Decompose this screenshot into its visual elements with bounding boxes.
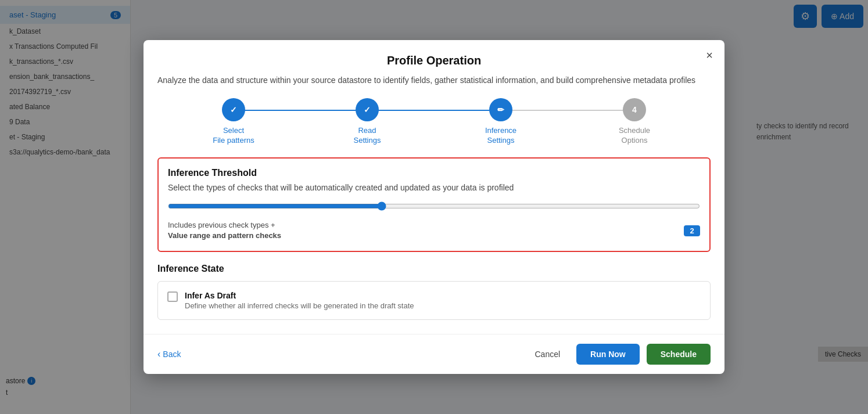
step-1-label: SelectFile patterns [213, 126, 254, 146]
footer-right-actions: Cancel Run Now Schedule [526, 344, 711, 365]
step-1-circle: ✓ [222, 98, 245, 121]
step-2-circle: ✓ [356, 98, 379, 121]
step-4-label: ScheduleOptions [619, 126, 650, 146]
infer-as-draft-checkbox[interactable] [167, 291, 178, 302]
modal-footer: ‹ Back Cancel Run Now Schedule [144, 334, 724, 374]
modal-title: Profile Operation [144, 40, 724, 67]
infer-as-draft-label: Infer As Draft [185, 291, 414, 300]
inference-threshold-title: Inference Threshold [168, 168, 700, 178]
step-2-label: ReadSettings [354, 126, 381, 146]
cancel-button[interactable]: Cancel [526, 345, 570, 363]
infer-as-draft-content: Infer As Draft Define whether all inferr… [185, 291, 414, 310]
step-2: ✓ ReadSettings [300, 98, 434, 146]
step-4-circle: 4 [623, 98, 646, 121]
inference-threshold-section: Inference Threshold Select the types of … [157, 157, 711, 251]
step-3-label: InferenceSettings [485, 126, 517, 146]
inference-state-title: Inference State [157, 264, 711, 274]
inference-threshold-description: Select the types of checks that will be … [168, 183, 700, 192]
close-button[interactable]: × [706, 49, 713, 61]
slider-text: Includes previous check types + Value ra… [168, 220, 281, 241]
infer-as-draft-card: Infer As Draft Define whether all inferr… [157, 281, 711, 320]
run-now-button[interactable]: Run Now [576, 344, 640, 365]
step-3-circle: ✏ [489, 98, 512, 121]
slider-info: Includes previous check types + Value ra… [168, 220, 700, 241]
modal-overlay: × Profile Operation Analyze the data and… [0, 0, 868, 414]
back-button[interactable]: ‹ Back [157, 349, 181, 359]
steps-container: ✓ SelectFile patterns ✓ ReadSettings ✏ I… [144, 98, 724, 157]
infer-as-draft-sublabel: Define whether all inferred checks will … [185, 301, 414, 310]
slider-container [168, 201, 700, 213]
modal-description: Analyze the data and structure within yo… [144, 67, 724, 98]
slider-badge: 2 [684, 225, 700, 236]
inference-state-section: Inference State Infer As Draft Define wh… [157, 264, 711, 320]
step-4: 4 ScheduleOptions [568, 98, 701, 146]
step-1: ✓ SelectFile patterns [167, 98, 300, 146]
step-3: ✏ InferenceSettings [434, 98, 568, 146]
threshold-slider[interactable] [168, 201, 700, 211]
schedule-button[interactable]: Schedule [647, 344, 711, 365]
back-chevron-icon: ‹ [157, 349, 160, 359]
modal-body: Inference Threshold Select the types of … [144, 157, 724, 333]
modal-dialog: × Profile Operation Analyze the data and… [144, 40, 724, 373]
